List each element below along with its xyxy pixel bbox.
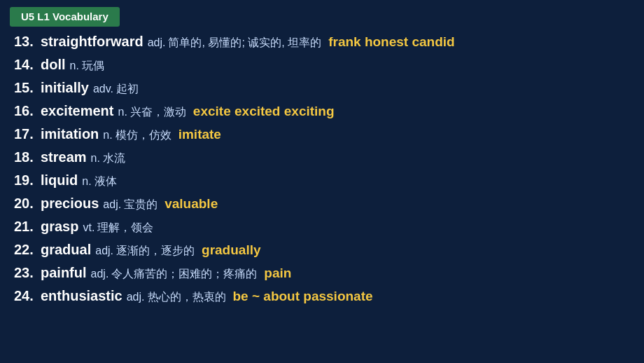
vocab-synonym: pain (264, 263, 291, 283)
vocab-pos: n. (91, 150, 100, 167)
vocab-pos: n. (82, 173, 91, 191)
vocab-word: gradual (41, 239, 91, 261)
vocab-definition: 玩偶 (82, 57, 104, 75)
vocab-item: 16.excitementn.兴奋，激动excite excited excit… (14, 100, 630, 122)
vocab-definition: 简单的, 易懂的; 诚实的, 坦率的 (168, 34, 321, 52)
vocab-number: 24. (14, 285, 41, 307)
vocab-definition: 热心的，热衷的 (148, 289, 226, 306)
vocab-definition: 水流 (103, 150, 125, 167)
vocab-pos: adv. (93, 81, 113, 98)
vocab-synonym: imitate (178, 124, 221, 144)
vocab-definition: 兴奋，激动 (130, 104, 186, 121)
vocab-synonym: be ~ about passionate (233, 286, 373, 306)
vocab-item: 23.painfuladj.令人痛苦的；困难的；疼痛的pain (14, 262, 630, 284)
vocab-synonym: frank honest candid (328, 32, 455, 52)
vocab-word: excitement (41, 100, 114, 122)
vocab-number: 22. (14, 239, 41, 261)
vocab-pos: adj. (95, 242, 113, 260)
vocab-item: 22.gradualadj.逐渐的，逐步的gradually (14, 239, 630, 261)
vocab-word: precious (41, 193, 99, 214)
vocabulary-list: 13.straightforwardadj.简单的, 易懂的; 诚实的, 坦率的… (0, 27, 644, 313)
vocab-pos: n. (118, 104, 127, 121)
vocab-pos: n. (103, 127, 112, 144)
vocab-synonym: excite excited exciting (193, 101, 335, 121)
vocab-pos: adj. (91, 266, 109, 283)
vocab-pos: n. (70, 57, 79, 75)
vocab-number: 23. (14, 262, 41, 284)
vocab-item: 18.streamn.水流 (14, 146, 630, 168)
vocab-synonym: gradually (202, 240, 260, 260)
vocab-number: 17. (14, 123, 41, 145)
vocab-number: 13. (14, 31, 41, 53)
vocab-item: 15.initiallyadv.起初 (14, 77, 630, 99)
vocab-word: enthusiastic (41, 285, 122, 307)
vocab-definition: 模仿，仿效 (115, 127, 172, 144)
vocab-number: 15. (14, 77, 41, 99)
vocab-item: 13.straightforwardadj.简单的, 易懂的; 诚实的, 坦率的… (14, 31, 630, 53)
vocab-number: 14. (14, 54, 41, 76)
vocab-word: liquid (41, 170, 78, 191)
vocab-definition: 理解，领会 (97, 219, 153, 237)
vocab-number: 20. (14, 193, 41, 214)
vocab-item: 14.dolln.玩偶 (14, 54, 630, 76)
vocab-definition: 令人痛苦的；困难的；疼痛的 (111, 266, 257, 283)
vocab-definition: 宝贵的 (124, 196, 158, 214)
vocab-pos: adj. (103, 196, 121, 214)
vocab-word: imitation (41, 123, 99, 145)
vocab-synonym: valuable (164, 193, 218, 214)
vocab-pos: adj. (148, 34, 166, 52)
title-text: U5 L1 Vocabulary (21, 11, 108, 22)
vocab-item: 19.liquidn.液体 (14, 170, 630, 191)
vocab-definition: 逐渐的，逐步的 (116, 242, 195, 260)
vocab-word: doll (41, 54, 66, 76)
vocab-number: 21. (14, 216, 41, 238)
vocab-pos: adj. (127, 289, 145, 306)
vocab-word: grasp (41, 216, 78, 238)
vocab-word: straightforward (41, 31, 144, 53)
vocab-item: 24.enthusiasticadj.热心的，热衷的be ~ about pas… (14, 285, 630, 307)
vocab-word: initially (41, 77, 89, 99)
vocab-item: 21.graspvt.理解，领会 (14, 216, 630, 238)
title-bar: U5 L1 Vocabulary (10, 7, 120, 27)
vocab-item: 20.preciousadj.宝贵的valuable (14, 193, 630, 214)
vocab-word: stream (41, 146, 87, 168)
vocab-number: 16. (14, 100, 41, 122)
vocab-number: 19. (14, 170, 41, 191)
vocab-number: 18. (14, 146, 41, 168)
vocab-definition: 起初 (116, 81, 139, 98)
vocab-pos: vt. (83, 219, 94, 237)
vocab-definition: 液体 (94, 173, 117, 191)
vocab-item: 17.imitationn.模仿，仿效imitate (14, 123, 630, 145)
vocab-word: painful (41, 262, 87, 284)
